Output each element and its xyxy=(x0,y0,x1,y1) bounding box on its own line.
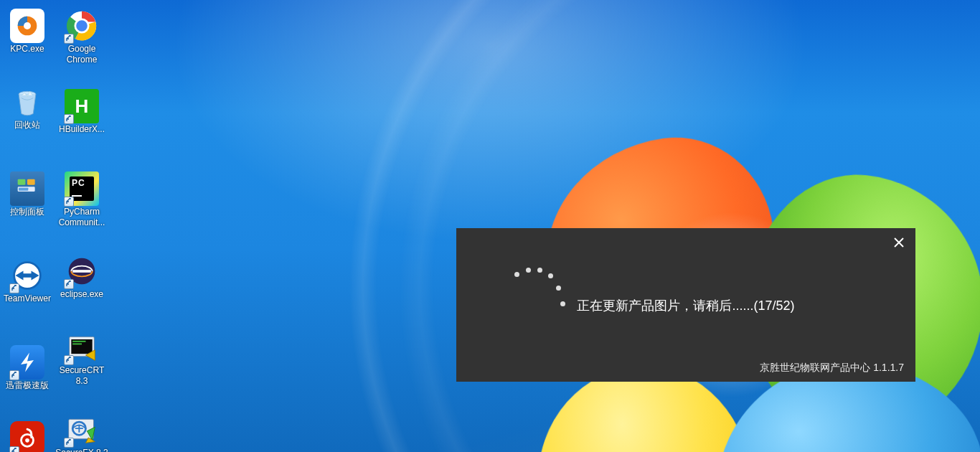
icon-label: Google Chrome xyxy=(55,44,108,65)
kpc-icon xyxy=(10,9,44,43)
dialog-message: 正在更新产品图片，请稍后......(17/52) xyxy=(456,297,915,314)
svg-rect-4 xyxy=(27,179,35,185)
icon-label: KPC.exe xyxy=(10,44,44,55)
pycharm-icon: PC xyxy=(65,171,99,206)
close-button[interactable] xyxy=(892,235,906,250)
desktop-area: KPC.exe 回收站 xyxy=(0,0,109,452)
update-dialog: 正在更新产品图片，请稍后......(17/52) 京胜世纪物联网产品中心 1.… xyxy=(456,228,915,382)
netease-icon xyxy=(10,421,44,452)
icon-kpc[interactable]: KPC.exe xyxy=(0,7,55,79)
icon-label: 回收站 xyxy=(14,120,40,131)
svg-point-11 xyxy=(25,438,29,443)
shortcut-badge-icon xyxy=(64,438,74,448)
icon-recycle-bin[interactable]: 回收站 xyxy=(0,83,55,155)
svg-rect-3 xyxy=(18,179,26,185)
icon-control-panel[interactable]: 控制面板 xyxy=(0,170,55,242)
icon-label: PyCharm Communit... xyxy=(55,207,108,228)
icon-eclipse[interactable]: eclipse.exe xyxy=(55,253,109,324)
shortcut-badge-icon xyxy=(9,446,19,452)
dialog-footer: 京胜世纪物联网产品中心 1.1.1.7 xyxy=(760,362,904,375)
icon-securefx[interactable]: SecureFX 8.3 xyxy=(55,411,109,452)
hbuilderx-icon: H xyxy=(65,89,99,123)
icon-label: HBuilderX... xyxy=(59,124,105,135)
svg-rect-16 xyxy=(72,270,91,273)
recycle-bin-icon xyxy=(10,85,44,119)
close-icon xyxy=(893,237,905,248)
svg-point-1 xyxy=(24,22,31,29)
icon-label: eclipse.exe xyxy=(60,289,103,300)
icon-securecrt[interactable]: SecureCRT 8.3 xyxy=(55,329,109,411)
control-panel-icon xyxy=(10,171,44,206)
shortcut-badge-icon xyxy=(64,34,74,44)
shortcut-badge-icon xyxy=(9,370,19,380)
icon-hbuilderx[interactable]: H HBuilderX... xyxy=(55,88,109,159)
shortcut-badge-icon xyxy=(64,197,74,207)
securecrt-icon xyxy=(65,330,99,364)
thunder-icon xyxy=(10,345,44,380)
eclipse-icon xyxy=(65,254,99,288)
shortcut-badge-icon xyxy=(64,279,74,289)
icon-thunder[interactable]: 迅雷极速版 xyxy=(0,344,55,415)
icon-label: 迅雷极速版 xyxy=(6,380,49,391)
svg-rect-9 xyxy=(23,273,32,278)
chrome-icon xyxy=(65,9,99,43)
shortcut-badge-icon xyxy=(9,283,19,293)
icon-teamviewer[interactable]: TeamViewer xyxy=(0,257,55,329)
icon-label: SecureCRT 8.3 xyxy=(55,365,108,387)
icon-pycharm[interactable]: PC PyCharm Communit... xyxy=(55,170,109,253)
svg-rect-19 xyxy=(72,341,85,342)
teamviewer-icon xyxy=(10,258,44,293)
icon-column-1: KPC.exe 回收站 xyxy=(0,0,55,452)
icon-column-2: Google Chrome H HBuilderX... PC PyCharm xyxy=(55,0,109,452)
icon-label: 控制面板 xyxy=(10,207,44,217)
svg-rect-20 xyxy=(72,344,82,345)
icon-chrome[interactable]: Google Chrome xyxy=(55,7,109,88)
shortcut-badge-icon xyxy=(64,114,74,124)
shortcut-badge-icon xyxy=(64,355,74,365)
icon-label: TeamViewer xyxy=(4,293,51,304)
securefx-icon xyxy=(65,413,99,447)
svg-rect-6 xyxy=(19,188,28,191)
icon-label: SecureFX 8.3 xyxy=(55,448,108,452)
icon-netease[interactable]: 网易云音乐 xyxy=(0,420,55,452)
